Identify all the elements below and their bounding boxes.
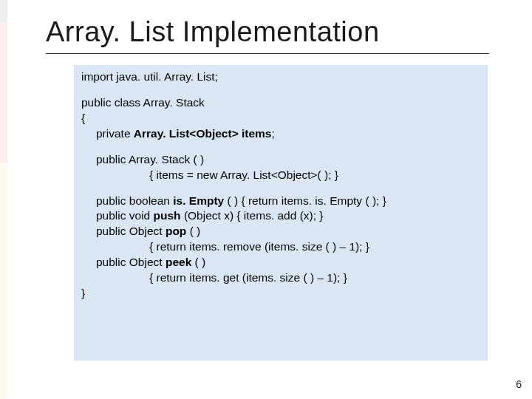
code-line: { [81,112,85,124]
title-underline [46,53,489,54]
code-block: import java. util. Array. List; public c… [74,65,488,361]
code-text: private [96,127,134,140]
code-bold: push [154,209,181,222]
code-line: public class Array. Stack [81,96,205,109]
page-number: 6 [516,378,522,390]
code-line: public Object peek ( ) [81,255,480,270]
code-line: { return items. remove (items. size ( ) … [81,239,480,255]
slide: Array. List Implementation import java. … [0,0,532,399]
code-text: public Object [96,225,166,237]
accent-stripe [0,0,7,399]
code-text: ; [272,127,275,140]
code-bold: is. Empty [173,194,224,207]
slide-title: Array. List Implementation [46,16,380,48]
code-line: { items = new Array. List<Object>( ); } [81,168,480,183]
code-text: (Object x) { items. add (x); } [181,209,324,222]
code-text: public void [96,209,154,222]
code-line: } [81,287,85,299]
code-bold: Array. List<Object> items [134,127,272,140]
code-text: public boolean [96,194,173,207]
code-text: public Object [96,256,166,268]
code-line: public Array. Stack ( ) [81,152,480,168]
code-text: ( ) [186,225,200,237]
code-text: ( ) [191,256,205,268]
code-bold: peek [166,256,191,268]
code-bold: pop [166,225,186,237]
code-line: public Object pop ( ) [81,224,480,239]
code-line: private Array. List<Object> items; [81,126,480,142]
code-line: import java. util. Array. List; [81,70,218,83]
code-text: ( ) { return items. is. Empty ( ); } [224,194,386,207]
code-line: public boolean is. Empty ( ) { return it… [81,194,480,209]
code-line: public void push (Object x) { items. add… [81,208,480,224]
code-line: { return items. get (items. size ( ) – 1… [81,270,480,286]
